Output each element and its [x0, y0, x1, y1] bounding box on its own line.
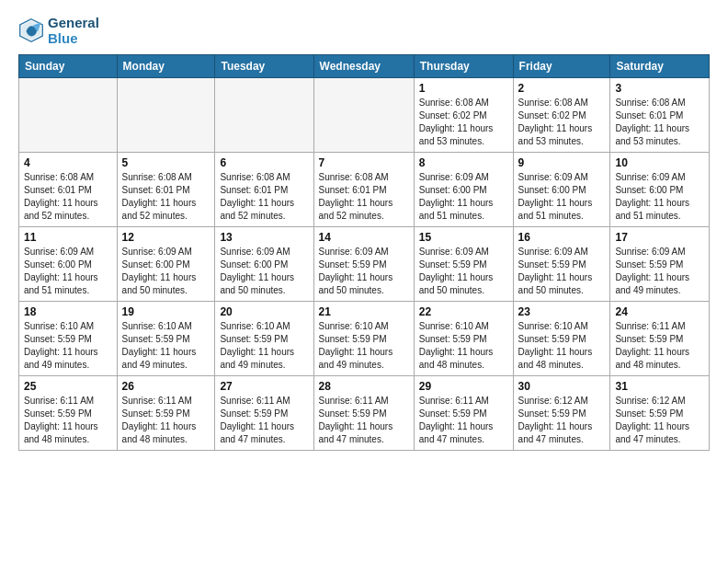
logo-text: General Blue	[48, 15, 99, 47]
calendar-cell: 16Sunrise: 6:09 AM Sunset: 5:59 PM Dayli…	[513, 226, 610, 301]
calendar-header-monday: Monday	[117, 54, 215, 77]
day-number: 11	[24, 231, 112, 244]
day-number: 18	[24, 305, 112, 318]
day-number: 19	[122, 305, 210, 318]
calendar-cell: 7Sunrise: 6:08 AM Sunset: 6:01 PM Daylig…	[313, 152, 414, 226]
calendar-cell	[215, 77, 313, 152]
day-info: Sunrise: 6:08 AM Sunset: 6:02 PM Dayligh…	[518, 97, 606, 148]
day-number: 22	[419, 305, 508, 318]
day-number: 20	[220, 305, 308, 318]
calendar-header-saturday: Saturday	[610, 54, 710, 77]
day-info: Sunrise: 6:11 AM Sunset: 5:59 PM Dayligh…	[319, 395, 409, 446]
day-number: 12	[122, 231, 210, 244]
day-info: Sunrise: 6:09 AM Sunset: 6:00 PM Dayligh…	[24, 246, 112, 297]
day-info: Sunrise: 6:08 AM Sunset: 6:01 PM Dayligh…	[24, 171, 112, 223]
page: General Blue SundayMondayTuesdayWednesda…	[0, 0, 728, 465]
day-info: Sunrise: 6:11 AM Sunset: 5:59 PM Dayligh…	[419, 395, 508, 446]
day-number: 1	[419, 82, 508, 95]
calendar-cell: 8Sunrise: 6:09 AM Sunset: 6:00 PM Daylig…	[414, 152, 513, 226]
calendar-week-row: 4Sunrise: 6:08 AM Sunset: 6:01 PM Daylig…	[19, 152, 710, 226]
calendar-week-row: 25Sunrise: 6:11 AM Sunset: 5:59 PM Dayli…	[19, 375, 710, 450]
calendar-cell: 4Sunrise: 6:08 AM Sunset: 6:01 PM Daylig…	[19, 152, 118, 226]
day-number: 7	[319, 156, 409, 169]
calendar-cell: 24Sunrise: 6:11 AM Sunset: 5:59 PM Dayli…	[610, 301, 710, 375]
day-number: 3	[615, 82, 704, 95]
calendar-cell: 25Sunrise: 6:11 AM Sunset: 5:59 PM Dayli…	[19, 375, 118, 450]
calendar-cell: 9Sunrise: 6:09 AM Sunset: 6:00 PM Daylig…	[513, 152, 610, 226]
day-number: 8	[419, 156, 508, 169]
day-number: 16	[518, 231, 606, 244]
day-number: 31	[615, 380, 704, 393]
day-number: 21	[319, 305, 409, 318]
calendar-cell: 17Sunrise: 6:09 AM Sunset: 5:59 PM Dayli…	[610, 226, 710, 301]
header: General Blue	[18, 15, 710, 47]
day-number: 25	[24, 380, 112, 393]
day-number: 23	[518, 305, 606, 318]
day-number: 2	[518, 82, 606, 95]
day-number: 9	[518, 156, 606, 169]
day-number: 17	[615, 231, 704, 244]
day-info: Sunrise: 6:09 AM Sunset: 5:59 PM Dayligh…	[419, 246, 508, 297]
day-number: 5	[122, 156, 210, 169]
calendar-cell: 10Sunrise: 6:09 AM Sunset: 6:00 PM Dayli…	[610, 152, 710, 226]
day-info: Sunrise: 6:08 AM Sunset: 6:01 PM Dayligh…	[615, 97, 704, 148]
calendar-cell: 14Sunrise: 6:09 AM Sunset: 5:59 PM Dayli…	[313, 226, 414, 301]
calendar-cell: 6Sunrise: 6:08 AM Sunset: 6:01 PM Daylig…	[215, 152, 313, 226]
calendar-cell: 31Sunrise: 6:12 AM Sunset: 5:59 PM Dayli…	[610, 375, 710, 450]
day-number: 13	[220, 231, 308, 244]
day-number: 28	[319, 380, 409, 393]
calendar-cell: 21Sunrise: 6:10 AM Sunset: 5:59 PM Dayli…	[313, 301, 414, 375]
day-info: Sunrise: 6:11 AM Sunset: 5:59 PM Dayligh…	[122, 395, 210, 446]
calendar-cell: 19Sunrise: 6:10 AM Sunset: 5:59 PM Dayli…	[117, 301, 215, 375]
calendar-cell: 3Sunrise: 6:08 AM Sunset: 6:01 PM Daylig…	[610, 77, 710, 152]
day-info: Sunrise: 6:11 AM Sunset: 5:59 PM Dayligh…	[24, 395, 112, 446]
day-info: Sunrise: 6:09 AM Sunset: 6:00 PM Dayligh…	[419, 171, 508, 223]
day-number: 4	[24, 156, 112, 169]
day-info: Sunrise: 6:09 AM Sunset: 6:00 PM Dayligh…	[518, 171, 606, 223]
day-number: 29	[419, 380, 508, 393]
calendar-cell: 27Sunrise: 6:11 AM Sunset: 5:59 PM Dayli…	[215, 375, 313, 450]
logo-icon	[18, 17, 44, 43]
calendar-cell: 26Sunrise: 6:11 AM Sunset: 5:59 PM Dayli…	[117, 375, 215, 450]
calendar-week-row: 1Sunrise: 6:08 AM Sunset: 6:02 PM Daylig…	[19, 77, 710, 152]
day-number: 14	[319, 231, 409, 244]
day-info: Sunrise: 6:11 AM Sunset: 5:59 PM Dayligh…	[615, 320, 704, 372]
day-info: Sunrise: 6:10 AM Sunset: 5:59 PM Dayligh…	[419, 320, 508, 372]
calendar-cell: 28Sunrise: 6:11 AM Sunset: 5:59 PM Dayli…	[313, 375, 414, 450]
calendar-cell: 22Sunrise: 6:10 AM Sunset: 5:59 PM Dayli…	[414, 301, 513, 375]
calendar-cell: 15Sunrise: 6:09 AM Sunset: 5:59 PM Dayli…	[414, 226, 513, 301]
day-info: Sunrise: 6:09 AM Sunset: 6:00 PM Dayligh…	[615, 171, 704, 223]
calendar-cell: 18Sunrise: 6:10 AM Sunset: 5:59 PM Dayli…	[19, 301, 118, 375]
day-info: Sunrise: 6:09 AM Sunset: 5:59 PM Dayligh…	[518, 246, 606, 297]
day-info: Sunrise: 6:10 AM Sunset: 5:59 PM Dayligh…	[24, 320, 112, 372]
calendar-week-row: 11Sunrise: 6:09 AM Sunset: 6:00 PM Dayli…	[19, 226, 710, 301]
day-info: Sunrise: 6:11 AM Sunset: 5:59 PM Dayligh…	[220, 395, 308, 446]
calendar-header-row: SundayMondayTuesdayWednesdayThursdayFrid…	[19, 54, 710, 77]
calendar-header-tuesday: Tuesday	[215, 54, 313, 77]
calendar-cell: 30Sunrise: 6:12 AM Sunset: 5:59 PM Dayli…	[513, 375, 610, 450]
day-number: 6	[220, 156, 308, 169]
day-number: 24	[615, 305, 704, 318]
calendar-header-sunday: Sunday	[19, 54, 118, 77]
day-info: Sunrise: 6:10 AM Sunset: 5:59 PM Dayligh…	[220, 320, 308, 372]
calendar-cell	[313, 77, 414, 152]
calendar-cell: 13Sunrise: 6:09 AM Sunset: 6:00 PM Dayli…	[215, 226, 313, 301]
day-info: Sunrise: 6:09 AM Sunset: 5:59 PM Dayligh…	[319, 246, 409, 297]
day-info: Sunrise: 6:10 AM Sunset: 5:59 PM Dayligh…	[319, 320, 409, 372]
calendar-header-thursday: Thursday	[414, 54, 513, 77]
calendar-cell	[19, 77, 118, 152]
day-info: Sunrise: 6:12 AM Sunset: 5:59 PM Dayligh…	[518, 395, 606, 446]
day-info: Sunrise: 6:09 AM Sunset: 6:00 PM Dayligh…	[122, 246, 210, 297]
calendar-cell: 5Sunrise: 6:08 AM Sunset: 6:01 PM Daylig…	[117, 152, 215, 226]
day-number: 30	[518, 380, 606, 393]
day-info: Sunrise: 6:10 AM Sunset: 5:59 PM Dayligh…	[518, 320, 606, 372]
calendar-cell: 23Sunrise: 6:10 AM Sunset: 5:59 PM Dayli…	[513, 301, 610, 375]
day-info: Sunrise: 6:08 AM Sunset: 6:01 PM Dayligh…	[122, 171, 210, 223]
day-number: 15	[419, 231, 508, 244]
day-info: Sunrise: 6:08 AM Sunset: 6:02 PM Dayligh…	[419, 97, 508, 148]
calendar-cell	[117, 77, 215, 152]
calendar-table: SundayMondayTuesdayWednesdayThursdayFrid…	[18, 54, 710, 451]
day-info: Sunrise: 6:12 AM Sunset: 5:59 PM Dayligh…	[615, 395, 704, 446]
calendar-week-row: 18Sunrise: 6:10 AM Sunset: 5:59 PM Dayli…	[19, 301, 710, 375]
calendar-cell: 11Sunrise: 6:09 AM Sunset: 6:00 PM Dayli…	[19, 226, 118, 301]
